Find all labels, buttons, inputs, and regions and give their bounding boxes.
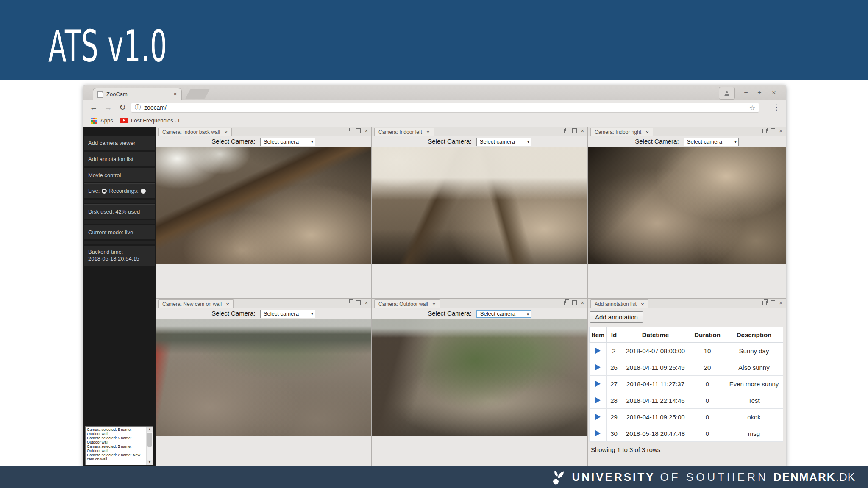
- window-maximize-button[interactable]: +: [754, 88, 765, 98]
- bookmark-apps[interactable]: Apps: [100, 117, 113, 124]
- panel-maximize-icon[interactable]: [572, 128, 577, 133]
- table-pagination-text: Showing 1 to 3 of 3 rows: [591, 446, 660, 453]
- select-camera-row: Select Camera: Select camera ▾: [588, 136, 786, 147]
- backend-time-status: Backend time: 2018-05-18 20:54:15: [84, 246, 155, 266]
- tab-close-icon[interactable]: ✕: [173, 92, 177, 97]
- camera-video-feed: [156, 319, 371, 436]
- panel-maximize-icon[interactable]: [572, 300, 577, 305]
- event-log-box[interactable]: Camera selected: 5 name: Outdoor wall Ca…: [85, 426, 153, 465]
- panel-title-bar: Camera: New cam on wall ✕ ✕: [156, 299, 371, 308]
- panel-close-icon[interactable]: ✕: [779, 129, 783, 133]
- sidebar-spacer: [84, 241, 155, 244]
- window-minimize-button[interactable]: −: [741, 88, 751, 98]
- panel-tab-close-icon[interactable]: ✕: [426, 130, 430, 135]
- panel-restore-icon[interactable]: [762, 129, 767, 133]
- panel-tab[interactable]: Camera: New cam on wall ✕: [158, 299, 234, 308]
- window-close-button[interactable]: ×: [769, 88, 779, 98]
- panel-restore-icon[interactable]: [348, 129, 352, 133]
- play-icon[interactable]: [595, 348, 601, 354]
- camera-video-feed: [588, 147, 786, 264]
- browser-window: ZooCam ✕ − + × ← → ↻ ⓘ zoocam/ ☆ ⋮ Apps: [83, 85, 786, 467]
- col-description: Description: [725, 327, 783, 343]
- panel-tab-close-icon[interactable]: ✕: [432, 302, 436, 307]
- reload-icon[interactable]: ↻: [117, 103, 128, 113]
- panel-tab-close-icon[interactable]: ✕: [641, 302, 644, 307]
- play-icon[interactable]: [595, 364, 601, 370]
- scrollbar-thumb[interactable]: [147, 433, 152, 447]
- scroll-up-icon[interactable]: ▲: [147, 427, 153, 432]
- panel-tab-close-icon[interactable]: ✕: [224, 130, 228, 135]
- play-icon[interactable]: [595, 430, 601, 436]
- bookmark-star-icon[interactable]: ☆: [749, 104, 755, 112]
- page-info-icon[interactable]: ⓘ: [135, 104, 141, 111]
- select-camera-label: Select Camera:: [635, 138, 679, 145]
- panel-title-bar: Camera: Outdoor wall ✕ ✕: [372, 299, 587, 308]
- address-bar-row: ← → ↻ ⓘ zoocam/ ☆ ⋮: [83, 100, 786, 115]
- panel-restore-icon[interactable]: [564, 301, 568, 305]
- panel-title-bar: Camera: Indoor right ✕ ✕: [588, 127, 786, 136]
- chevron-down-icon: ▾: [527, 311, 529, 318]
- camera-select-dropdown[interactable]: Select camera ▾: [260, 138, 315, 146]
- panel-restore-icon[interactable]: [564, 129, 568, 133]
- panel-tab-close-icon[interactable]: ✕: [226, 302, 229, 307]
- panel-tab[interactable]: Camera: Indoor back wall ✕: [158, 128, 232, 136]
- panel-close-icon[interactable]: ✕: [364, 129, 368, 133]
- panel-tab[interactable]: Add annotation list ✕: [590, 299, 648, 308]
- panel-tab-close-icon[interactable]: ✕: [645, 130, 649, 135]
- browser-menu-icon[interactable]: ⋮: [772, 103, 781, 112]
- backend-time-label: Backend time:: [88, 249, 155, 255]
- panel-close-icon[interactable]: ✕: [581, 129, 584, 133]
- back-icon[interactable]: ←: [89, 103, 99, 113]
- panel-restore-icon[interactable]: [762, 301, 767, 305]
- panel-tab[interactable]: Camera: Outdoor wall ✕: [374, 299, 440, 308]
- chevron-down-icon: ▾: [527, 138, 529, 146]
- panel-restore-icon[interactable]: [348, 301, 352, 305]
- log-line: Camera selected: 5 name: Outdoor wall: [87, 444, 146, 453]
- panel-close-icon[interactable]: ✕: [364, 301, 368, 305]
- apps-grid-icon[interactable]: [91, 118, 97, 124]
- panel-close-icon[interactable]: ✕: [779, 301, 783, 305]
- forward-icon[interactable]: →: [103, 103, 113, 113]
- browser-tab-zoocam[interactable]: ZooCam ✕: [93, 88, 182, 100]
- panel-maximize-icon[interactable]: [771, 300, 775, 305]
- youtube-icon: [120, 118, 128, 123]
- panel-maximize-icon[interactable]: [771, 128, 775, 133]
- play-icon[interactable]: [595, 414, 601, 420]
- slide-header-band: ATS v1.0: [0, 0, 868, 80]
- panel-maximize-icon[interactable]: [356, 128, 361, 133]
- bookmark-lost-frequencies[interactable]: Lost Frequencies - L: [131, 117, 202, 124]
- panel-tab[interactable]: Camera: Indoor left ✕: [374, 128, 434, 136]
- page-favicon-icon: [97, 91, 103, 98]
- camera-select-dropdown[interactable]: Select camera ▾: [260, 310, 315, 318]
- camera-select-dropdown[interactable]: Select camera ▾: [684, 138, 739, 146]
- table-row: 29 2018-04-11 09:25:00 0 okok: [590, 409, 783, 425]
- profile-button[interactable]: [719, 87, 735, 100]
- play-icon[interactable]: [595, 381, 601, 387]
- url-input[interactable]: ⓘ zoocam/ ☆: [131, 103, 759, 113]
- panel-tab[interactable]: Camera: Indoor right ✕: [590, 128, 653, 136]
- table-row: 2 2018-04-07 08:00:00 10 Sunny day: [590, 343, 783, 359]
- slide-footer: UNIVERSITY OF SOUTHERN DENMARK .DK: [0, 466, 868, 488]
- live-radio-button[interactable]: [102, 189, 107, 194]
- url-text: zoocam/: [144, 104, 749, 111]
- sidebar-item-add-annotation-list[interactable]: Add annotation list: [84, 152, 155, 166]
- sidebar-item-movie-control[interactable]: Movie control: [84, 168, 155, 182]
- play-icon[interactable]: [595, 397, 601, 403]
- panel-maximize-icon[interactable]: [356, 300, 361, 305]
- sidebar-item-add-camera-viewer[interactable]: Add camera viewer: [84, 136, 155, 150]
- log-scrollbar[interactable]: ▲ ▼: [146, 427, 153, 465]
- camera-select-dropdown[interactable]: Select camera ▾: [476, 138, 531, 146]
- camera-select-dropdown-focused[interactable]: Select camera ▾: [476, 310, 531, 318]
- select-camera-row: Select Camera: Select camera ▾: [156, 136, 371, 147]
- select-camera-row: Select Camera: Select camera ▾: [372, 136, 587, 147]
- scroll-down-icon[interactable]: ▼: [147, 460, 153, 465]
- chevron-down-icon: ▾: [311, 310, 313, 318]
- recordings-radio-label: Recordings:: [109, 188, 138, 194]
- new-tab-button[interactable]: [185, 89, 210, 99]
- panel-close-icon[interactable]: ✕: [581, 301, 584, 305]
- log-line: Camera selected: 5 name: Outdoor wall: [87, 436, 146, 444]
- add-annotation-button[interactable]: Add annotation: [590, 311, 643, 323]
- recordings-radio-button[interactable]: [141, 189, 146, 194]
- panel-title: Camera: New cam on wall: [162, 301, 222, 307]
- select-camera-label: Select Camera:: [428, 310, 471, 317]
